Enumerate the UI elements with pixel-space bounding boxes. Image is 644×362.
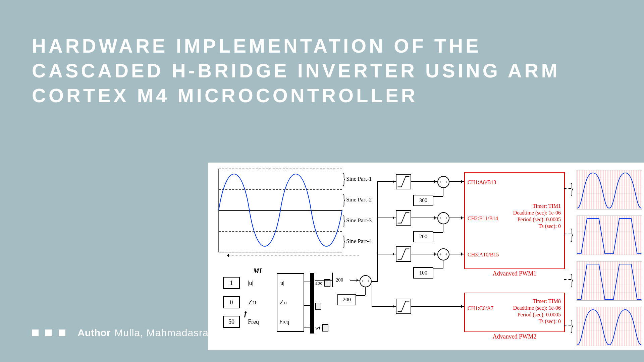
output-waveforms	[577, 170, 642, 344]
sum-node	[437, 212, 449, 224]
sum-node	[360, 275, 372, 287]
mux-bar	[310, 273, 314, 334]
saturation-block	[396, 210, 411, 226]
sum-node	[437, 176, 449, 188]
bias-block: 200	[337, 294, 356, 305]
output-chart-2	[577, 216, 642, 255]
offset-100: 100	[413, 267, 433, 279]
signal-generator-block: |u| ∠u Freq	[277, 273, 304, 332]
reference-sine-chart	[218, 169, 342, 252]
saturation-block	[396, 299, 411, 314]
brace-icon: }	[570, 180, 574, 198]
gain-block: 200	[332, 273, 350, 287]
block-diagram: }Sine Part-1 }Sine Part-2 }Sine Part-3 }…	[208, 163, 644, 350]
brace-icon: }	[570, 226, 574, 243]
output-chart-4	[577, 307, 642, 346]
bullet-squares	[32, 329, 65, 336]
freq-constant: 50	[223, 316, 240, 328]
feedback-dotted-arrow	[228, 255, 359, 255]
mi-heading: MI	[253, 267, 262, 275]
terminator-icon	[322, 324, 328, 331]
phase-constant: 0	[223, 296, 240, 308]
source-constants: 1 |u| 0 ∠u 50 Freq	[223, 273, 263, 331]
author-name: Mulla, Mahmadasraf A	[114, 327, 221, 339]
f-heading: f	[244, 309, 247, 318]
saturation-block	[396, 174, 411, 189]
page-title: HARDWARE IMPLEMENTATION OF THE CASCADED …	[32, 34, 612, 108]
output-chart-1	[577, 170, 642, 209]
author-row: Author Mulla, Mahmadasraf A	[32, 327, 221, 339]
offset-200: 200	[413, 231, 433, 242]
saturation-block	[396, 246, 411, 262]
advanced-pwm1-block: CH1:A8/B13 CH2:E11/B14 CH3:A10/B15 Timer…	[464, 172, 565, 269]
offset-300: 300	[413, 195, 433, 206]
brace-icon: }	[570, 317, 574, 335]
advanced-pwm2-block: CH1:C6/A7 Timer: TIM8 Deadtime (sec): 1e…	[464, 293, 565, 332]
brace-icon: }	[570, 271, 574, 289]
author-label: Author	[77, 327, 110, 339]
sum-node	[437, 248, 449, 260]
terminator-icon	[315, 303, 321, 310]
output-chart-3	[577, 261, 642, 301]
mi-constant: 1	[223, 277, 240, 289]
